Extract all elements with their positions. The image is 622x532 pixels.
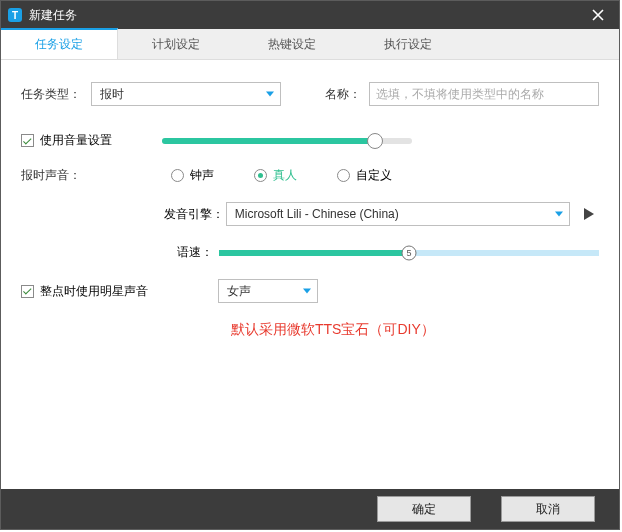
star-voice-checkbox-label: 整点时使用明星声音 [40,283,148,300]
svg-marker-2 [584,208,594,220]
engine-select[interactable]: Microsoft Lili - Chinese (China) [226,202,570,226]
tab-execute-settings[interactable]: 执行设定 [350,29,466,59]
sound-radio-human-label: 真人 [273,167,297,184]
chevron-down-icon [266,92,274,97]
close-button[interactable] [583,1,619,29]
window-title: 新建任务 [29,7,583,24]
tab-schedule-settings[interactable]: 计划设定 [118,29,234,59]
footer: 确定 取消 [1,489,619,529]
form-body: 任务类型： 报时 名称： 使用音量设置 报时声音： 钟声 [1,60,619,489]
task-type-value: 报时 [100,86,124,103]
tab-hotkey-settings[interactable]: 热键设定 [234,29,350,59]
chevron-down-icon [555,212,563,217]
star-voice-value: 女声 [227,283,251,300]
name-label: 名称： [311,86,369,103]
chevron-down-icon [303,289,311,294]
sound-radio-custom[interactable] [337,169,350,182]
svg-text:T: T [12,10,18,21]
speed-label: 语速： [173,244,219,261]
task-type-select[interactable]: 报时 [91,82,281,106]
volume-slider[interactable] [162,138,412,144]
speed-slider-thumb[interactable]: 5 [402,245,417,260]
volume-slider-thumb[interactable] [367,133,383,149]
task-type-label: 任务类型： [21,86,91,103]
sound-radio-custom-label: 自定义 [356,167,392,184]
star-voice-checkbox[interactable] [21,285,34,298]
volume-checkbox-label: 使用音量设置 [40,132,112,149]
volume-checkbox[interactable] [21,134,34,147]
sound-radio-human[interactable] [254,169,267,182]
ok-button[interactable]: 确定 [377,496,471,522]
sound-radio-bell-label: 钟声 [190,167,214,184]
speed-slider[interactable]: 5 [219,250,599,256]
tabbar: 任务设定 计划设定 热键设定 执行设定 [1,29,619,60]
close-icon [592,9,604,21]
cancel-button[interactable]: 取消 [501,496,595,522]
name-input[interactable] [369,82,599,106]
play-icon [583,207,595,221]
titlebar: T 新建任务 [1,1,619,29]
engine-play-button[interactable] [578,203,599,225]
sound-radio-bell[interactable] [171,169,184,182]
tab-task-settings[interactable]: 任务设定 [1,28,118,59]
app-icon: T [7,7,23,23]
engine-label: 发音引擎： [164,206,226,223]
star-voice-select[interactable]: 女声 [218,279,318,303]
tts-note: 默认采用微软TTS宝石（可DIY） [231,321,435,339]
sound-label: 报时声音： [21,167,91,184]
engine-value: Microsoft Lili - Chinese (China) [235,207,399,221]
